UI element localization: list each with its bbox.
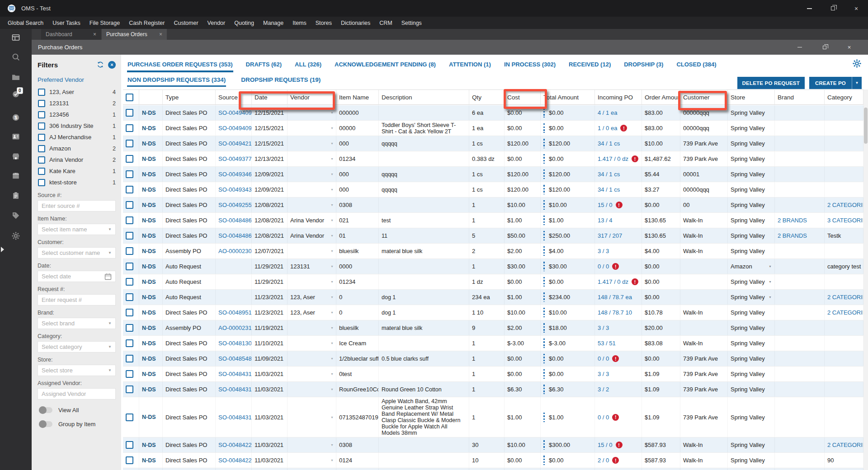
po-vendor-dropdown[interactable]: ▼ xyxy=(288,437,336,452)
po-vendor-dropdown[interactable]: ▼ xyxy=(288,397,336,437)
category-input[interactable]: Select category▼ xyxy=(38,341,116,352)
contacts-icon[interactable] xyxy=(11,132,20,141)
row-checkbox[interactable] xyxy=(126,385,133,393)
vendor-checkbox[interactable] xyxy=(38,100,45,107)
drag-handle-icon[interactable] xyxy=(543,139,545,148)
source-link[interactable]: SO-0049343 xyxy=(218,186,252,193)
incoming-po-link[interactable]: 34 / 1 cs xyxy=(598,171,620,178)
drag-handle-icon[interactable] xyxy=(543,262,545,271)
menu-item-dictionaries[interactable]: Dictionaries xyxy=(336,20,375,26)
search-icon[interactable] xyxy=(11,52,20,61)
doc-tab-dashboard[interactable]: Dashboard× xyxy=(41,29,101,40)
incoming-po-link[interactable]: 148 / 78.7 10 xyxy=(598,309,632,316)
row-checkbox[interactable] xyxy=(126,278,133,286)
row-checkbox[interactable] xyxy=(126,201,133,209)
menu-item-vendor[interactable]: Vendor xyxy=(203,20,230,26)
row-checkbox[interactable] xyxy=(126,414,133,421)
row-checkbox[interactable] xyxy=(126,140,133,147)
orders-icon[interactable] xyxy=(11,191,20,200)
clear-filters-icon[interactable]: × xyxy=(108,61,116,69)
incoming-po-link[interactable]: 3 / 3 xyxy=(598,324,609,331)
tab-all-326[interactable]: ALL (326) xyxy=(294,57,322,72)
item-name-input[interactable]: Select item name▼ xyxy=(38,224,116,235)
source-link[interactable]: SO-0049409 xyxy=(218,109,252,116)
category-value[interactable]: 2 CATEGORIES xyxy=(827,442,863,448)
category-value[interactable]: 2 CATEGORIES xyxy=(827,202,863,208)
calendar-icon[interactable] xyxy=(104,273,112,280)
po-vendor-dropdown[interactable]: ▼ xyxy=(288,121,336,136)
vendor-checkbox[interactable] xyxy=(38,145,45,152)
po-vendor-dropdown[interactable]: ▼ xyxy=(288,336,336,351)
menu-item-quoting[interactable]: Quoting xyxy=(230,20,259,26)
incoming-po-link[interactable]: 2 / 0 xyxy=(598,457,609,464)
source-link[interactable]: SO-0048130 xyxy=(218,340,252,347)
po-vendor-dropdown[interactable]: ▼ xyxy=(288,274,336,289)
po-vendor-dropdown[interactable]: 123131▼ xyxy=(288,259,336,274)
row-checkbox[interactable] xyxy=(126,309,133,316)
vendor-checkbox[interactable] xyxy=(38,134,45,141)
drag-handle-icon[interactable] xyxy=(543,200,545,210)
menu-item-cash-register[interactable]: Cash Register xyxy=(124,20,169,26)
incoming-po-link[interactable]: 53 / 51 xyxy=(598,340,616,347)
incoming-po-link[interactable]: 4 / 1 ea xyxy=(598,109,617,116)
po-vendor-dropdown[interactable]: Arina Vendor▼ xyxy=(288,228,336,243)
drag-handle-icon[interactable] xyxy=(543,413,545,422)
panel-close-button[interactable]: × xyxy=(837,40,862,55)
po-vendor-dropdown[interactable]: Arina Vendor▼ xyxy=(288,213,336,228)
request-input[interactable]: Enter request # xyxy=(38,294,116,306)
incoming-po-link[interactable]: 0 / 0 xyxy=(598,355,609,362)
drag-handle-icon[interactable] xyxy=(543,354,545,363)
tasks-icon[interactable]: 0 xyxy=(11,89,20,99)
source-input[interactable]: Enter source # xyxy=(38,200,116,212)
vendor-checkbox[interactable] xyxy=(38,156,45,164)
source-link[interactable]: AO-0000231 xyxy=(218,324,252,331)
menu-item-global-search[interactable]: Global Search xyxy=(3,20,48,26)
inventory-icon[interactable] xyxy=(11,171,20,180)
source-link[interactable]: SO-0048548 xyxy=(218,355,252,362)
close-tab-icon[interactable]: × xyxy=(159,31,162,38)
drag-handle-icon[interactable] xyxy=(543,216,545,225)
incoming-po-link[interactable]: 15 / 0 xyxy=(598,202,613,208)
po-vendor-dropdown[interactable]: ▼ xyxy=(288,167,336,182)
toggle-switch[interactable] xyxy=(39,421,52,427)
row-checkbox[interactable] xyxy=(126,186,133,193)
drag-handle-icon[interactable] xyxy=(543,277,545,287)
tab-closed-384[interactable]: CLOSED (384) xyxy=(676,57,717,72)
po-vendor-dropdown[interactable]: ▼ xyxy=(288,244,336,258)
store-input[interactable]: Select store▼ xyxy=(38,365,116,376)
subtab-non-dropship-requests-334[interactable]: NON DROPSHIP REQUESTS (334) xyxy=(127,73,226,87)
menu-item-crm[interactable]: CRM xyxy=(375,20,396,26)
row-checkbox[interactable] xyxy=(126,263,133,270)
panel-expander-chevron-icon[interactable] xyxy=(1,247,4,252)
tab-dropship-3[interactable]: DROPSHIP (3) xyxy=(623,57,664,72)
po-vendor-dropdown[interactable]: ▼ xyxy=(288,351,336,366)
row-checkbox[interactable] xyxy=(126,124,133,132)
customer-input[interactable]: Select customer name▼ xyxy=(38,247,116,258)
drag-handle-icon[interactable] xyxy=(543,292,545,302)
tags-icon[interactable] xyxy=(11,211,20,220)
dashboard-icon[interactable] xyxy=(11,33,20,42)
tab-attention-1[interactable]: ATTENTION (1) xyxy=(448,57,491,72)
category-value[interactable]: 2 CATEGORIES xyxy=(827,309,863,316)
drag-handle-icon[interactable] xyxy=(543,231,545,240)
refresh-filters-icon[interactable] xyxy=(96,61,104,69)
drag-handle-icon[interactable] xyxy=(543,246,545,256)
subtab-dropship-requests-19[interactable]: DROPSHIP REQUESTS (19) xyxy=(241,73,321,87)
source-link[interactable]: SO-0049377 xyxy=(218,155,252,162)
source-link[interactable]: SO-0048422 xyxy=(218,457,252,464)
row-checkbox[interactable] xyxy=(126,441,133,449)
incoming-po-link[interactable]: 15 / 0 xyxy=(598,442,613,448)
row-checkbox[interactable] xyxy=(126,324,133,332)
po-vendor-dropdown[interactable]: ▼ xyxy=(288,453,336,468)
scrollbar-thumb[interactable] xyxy=(864,108,868,144)
menu-item-items[interactable]: Items xyxy=(288,20,311,26)
row-checkbox[interactable] xyxy=(126,456,133,464)
window-restore-button[interactable] xyxy=(821,0,844,17)
toggle-switch[interactable] xyxy=(39,407,52,413)
tab-in-process-302[interactable]: IN PROCESS (302) xyxy=(504,57,556,72)
source-link[interactable]: SO-0048431 xyxy=(218,371,252,377)
po-vendor-dropdown[interactable]: ▼ xyxy=(288,468,336,470)
source-link[interactable]: AO-0000230 xyxy=(218,248,252,254)
po-store[interactable]: Spring Valley▼ xyxy=(728,274,775,289)
row-checkbox[interactable] xyxy=(126,355,133,362)
